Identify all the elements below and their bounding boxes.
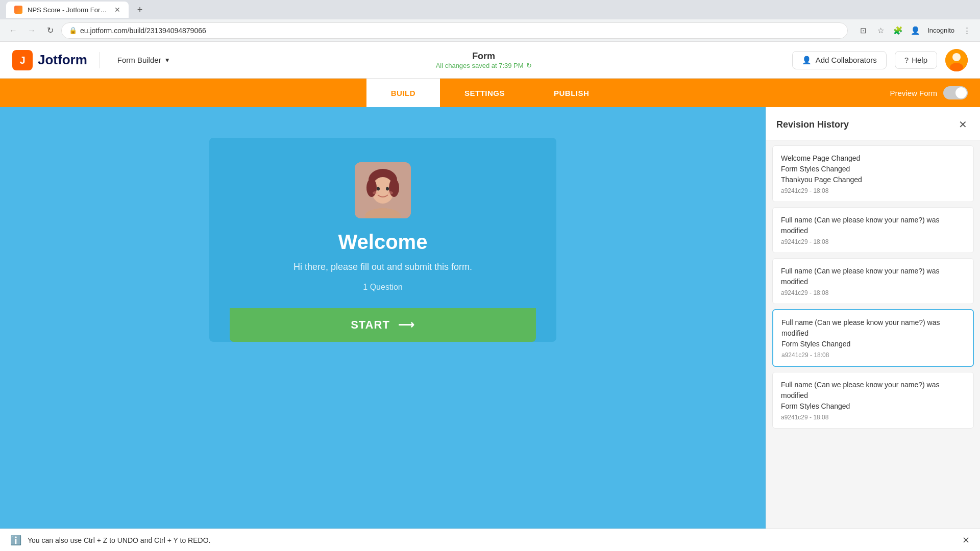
lock-icon: 🔒: [69, 27, 77, 34]
logo-area: J Jotform: [12, 50, 87, 70]
revision-meta: a9241c29 - 18:08: [781, 352, 965, 359]
header-actions: 👤 Add Collaborators ? Help: [792, 49, 968, 71]
preview-toggle[interactable]: [943, 86, 968, 99]
header-divider: [100, 52, 100, 68]
svg-point-13: [388, 191, 393, 194]
browser-nav: ← → ↻ 🔒 eu.jotform.com/build/23139409487…: [0, 19, 980, 42]
revision-meta: a9241c29 - 18:08: [781, 238, 965, 245]
revision-meta: a9241c29 - 18:08: [781, 289, 965, 296]
browser-tab[interactable]: NPS Score - Jotform Form Builde... ✕: [6, 2, 129, 18]
svg-point-10: [377, 187, 380, 191]
toast-close-button[interactable]: ✕: [962, 535, 970, 546]
logo-text: Jotform: [38, 52, 87, 68]
app-header: J Jotform Form Builder ▼ Form All change…: [0, 42, 980, 79]
address-bar[interactable]: 🔒 eu.jotform.com/build/231394094879066: [61, 22, 848, 39]
main-content: Welcome Hi there, please fill out and su…: [0, 107, 980, 551]
chevron-down-icon: ▼: [164, 57, 170, 64]
nav-tabs: BUILD SETTINGS PUBLISH: [0, 79, 980, 107]
revision-title: Revision History: [776, 119, 849, 130]
form-builder-label: Form Builder: [117, 56, 161, 64]
person-image: [355, 162, 411, 218]
new-tab-button[interactable]: +: [133, 3, 147, 17]
revision-item[interactable]: Welcome Page Changed Form Styles Changed…: [772, 145, 974, 202]
bookmark-icon[interactable]: ☆: [873, 23, 888, 38]
revision-item[interactable]: Full name (Can we please know your name?…: [772, 258, 974, 304]
revision-close-button[interactable]: ✕: [955, 117, 970, 132]
toggle-thumb: [955, 87, 967, 98]
revision-header: Revision History ✕: [766, 107, 980, 140]
revision-panel: Revision History ✕ Welcome Page Changed …: [766, 107, 980, 551]
svg-point-11: [386, 187, 389, 191]
avatar[interactable]: [945, 49, 968, 71]
add-collaborators-button[interactable]: 👤 Add Collaborators: [792, 51, 887, 69]
revision-meta: a9241c29 - 18:08: [781, 187, 965, 194]
svg-point-3: [952, 53, 961, 61]
toast-notification: ℹ️ You can also use Ctrl + Z to UNDO and…: [0, 529, 980, 551]
preview-form-label: Preview Form: [890, 89, 937, 97]
welcome-subtitle: Hi there, please fill out and submit thi…: [293, 262, 472, 272]
revision-meta: a9241c29 - 18:08: [781, 414, 965, 421]
cast-icon[interactable]: ⊡: [856, 23, 870, 38]
revision-change-text: Welcome Page Changed Form Styles Changed…: [781, 153, 965, 185]
form-avatar: [355, 162, 411, 218]
question-count: 1 Question: [363, 283, 402, 292]
form-card: Welcome Hi there, please fill out and su…: [209, 138, 556, 342]
revision-change-text: Full name (Can we please know your name?…: [781, 215, 965, 236]
arrow-right-icon: ⟶: [398, 318, 415, 332]
saved-text: All changes saved at 7:39 PM: [436, 62, 524, 69]
tab-settings[interactable]: SETTINGS: [440, 79, 529, 107]
svg-point-12: [373, 191, 378, 194]
revision-item[interactable]: Full name (Can we please know your name?…: [772, 372, 974, 429]
form-preview-area: Welcome Hi there, please fill out and su…: [0, 107, 766, 551]
tab-close-icon[interactable]: ✕: [114, 6, 120, 14]
revision-change-text: Full name (Can we please know your name?…: [781, 266, 965, 287]
jotform-logo-icon: J: [12, 50, 33, 70]
revision-change-text: Full name (Can we please know your name?…: [781, 317, 965, 349]
revision-change-text: Full name (Can we please know your name?…: [781, 380, 965, 412]
browser-titlebar: NPS Score - Jotform Form Builde... ✕ +: [0, 0, 980, 19]
tab-build[interactable]: BUILD: [366, 79, 440, 107]
form-builder-button[interactable]: Form Builder ▼: [112, 53, 176, 67]
nav-icons: ⊡ ☆ 🧩 👤 Incognito ⋮: [856, 23, 974, 38]
toast-message: You can also use Ctrl + Z to UNDO and Ct…: [28, 536, 956, 544]
profile-icon[interactable]: 👤: [908, 23, 922, 38]
menu-icon[interactable]: ⋮: [960, 23, 974, 38]
help-button[interactable]: ? Help: [895, 51, 937, 69]
person-add-icon: 👤: [802, 56, 812, 65]
revision-item[interactable]: Full name (Can we please know your name?…: [772, 207, 974, 253]
address-text: eu.jotform.com/build/231394094879066: [80, 27, 206, 35]
welcome-title: Welcome: [338, 231, 428, 254]
incognito-label: Incognito: [925, 27, 957, 34]
extensions-icon[interactable]: 🧩: [891, 23, 905, 38]
saved-status: All changes saved at 7:39 PM ↻: [436, 62, 532, 69]
start-button[interactable]: START ⟶: [230, 308, 536, 342]
refresh-icon: ↻: [526, 62, 532, 69]
tab-publish[interactable]: PUBLISH: [529, 79, 614, 107]
tab-title: NPS Score - Jotform Form Builde...: [28, 6, 109, 14]
revision-item-highlighted[interactable]: Full name (Can we please know your name?…: [772, 309, 974, 367]
tab-favicon: [14, 6, 22, 14]
header-center: Form All changes saved at 7:39 PM ↻: [188, 51, 780, 69]
info-icon: ℹ️: [10, 535, 21, 546]
help-icon: ?: [904, 56, 909, 64]
svg-text:J: J: [19, 55, 25, 66]
back-button[interactable]: ←: [6, 23, 20, 38]
help-label: Help: [912, 56, 927, 64]
preview-area: Preview Form: [890, 86, 968, 99]
form-title: Form: [472, 51, 495, 62]
refresh-button[interactable]: ↻: [43, 23, 57, 38]
forward-button[interactable]: →: [24, 23, 39, 38]
start-button-label: START ⟶: [351, 318, 415, 332]
nav-bar: BUILD SETTINGS PUBLISH Preview Form: [0, 79, 980, 107]
add-collaborators-label: Add Collaborators: [816, 56, 877, 64]
